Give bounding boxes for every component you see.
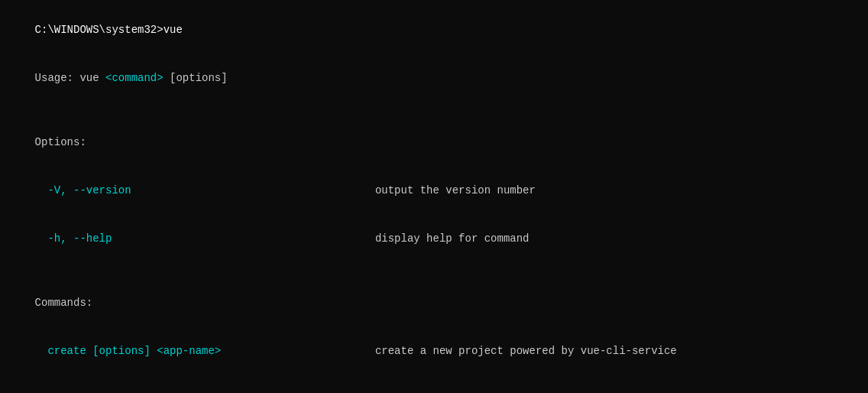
option-version-right: output the version number xyxy=(375,184,536,196)
option-version: -V, --version output the version number xyxy=(9,167,859,215)
usage-line: Usage: vue <command> [options] xyxy=(9,54,859,102)
option-version-left: -V, --version xyxy=(35,184,375,196)
terminal-window: C:\WINDOWS\system32>vue Usage: vue <comm… xyxy=(9,6,859,393)
cmd-create-right: create a new project powered by vue-cli-… xyxy=(375,345,677,357)
prompt-text: C:\WINDOWS\system32>vue xyxy=(35,24,183,36)
usage-command: <command> xyxy=(105,72,164,84)
cmd-create-left: create [options] <app-name> xyxy=(35,345,375,357)
usage-label: Usage: vue xyxy=(35,72,105,84)
cmd-add: add [options] <plugin> [pluginOptions] i… xyxy=(9,375,859,393)
prompt-line: C:\WINDOWS\system32>vue xyxy=(9,6,859,54)
blank-line-1 xyxy=(9,102,859,119)
option-help: -h, --help display help for command xyxy=(9,215,859,263)
commands-header: Commands: xyxy=(9,279,859,327)
options-header: Options: xyxy=(9,119,859,167)
cmd-create: create [options] <app-name> create a new… xyxy=(9,327,859,375)
option-help-right: display help for command xyxy=(375,232,530,245)
option-help-left: -h, --help xyxy=(35,232,375,245)
usage-options: [options] xyxy=(164,72,228,84)
blank-line-2 xyxy=(9,263,859,279)
